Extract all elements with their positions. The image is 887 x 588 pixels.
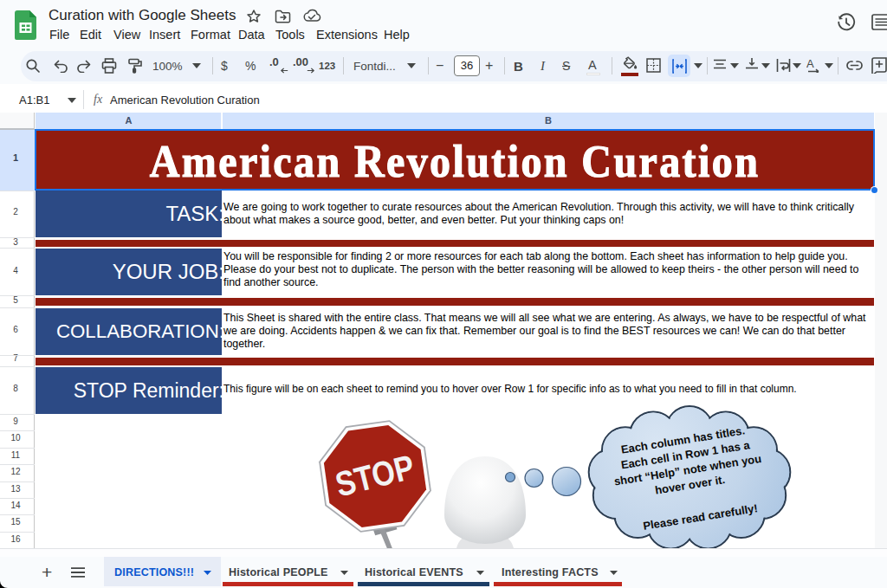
svg-text:A: A bbox=[806, 58, 814, 70]
